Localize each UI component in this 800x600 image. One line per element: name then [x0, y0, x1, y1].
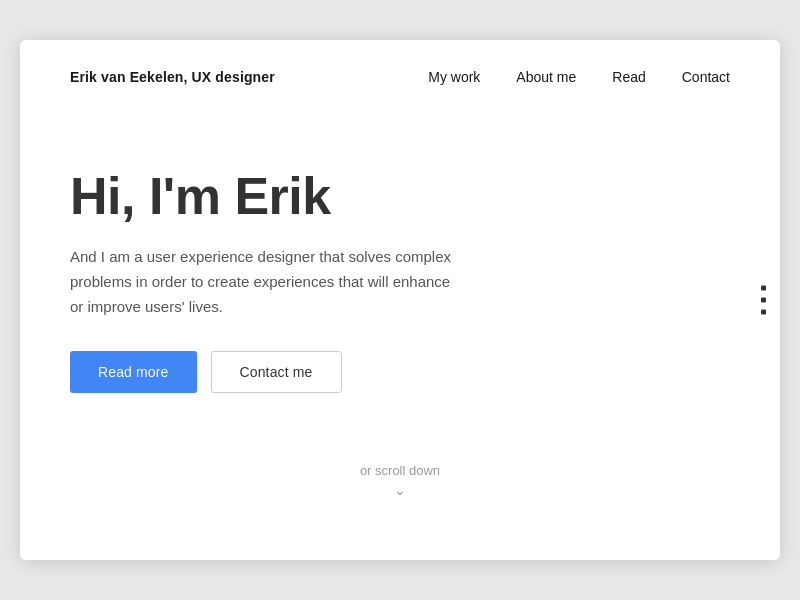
- browser-window: Erik van Eekelen, UX designer My work Ab…: [20, 40, 780, 560]
- nav-item-read[interactable]: Read: [612, 68, 645, 86]
- side-dot-3: [761, 310, 766, 315]
- nav-link-contact[interactable]: Contact: [682, 69, 730, 85]
- read-more-button[interactable]: Read more: [70, 351, 197, 393]
- scroll-down-area: or scroll down ⌄: [20, 433, 780, 522]
- nav-link-read[interactable]: Read: [612, 69, 645, 85]
- nav-item-mywork[interactable]: My work: [428, 68, 480, 86]
- chevron-down-icon: ⌄: [20, 482, 780, 498]
- site-logo: Erik van Eekelen, UX designer: [70, 69, 275, 85]
- contact-me-button[interactable]: Contact me: [211, 351, 342, 393]
- side-dots: [761, 286, 766, 315]
- side-dot-1: [761, 286, 766, 291]
- nav-links: My work About me Read Contact: [428, 68, 730, 86]
- scroll-down-label: or scroll down: [360, 463, 440, 478]
- side-dot-2: [761, 298, 766, 303]
- nav-link-mywork[interactable]: My work: [428, 69, 480, 85]
- hero-buttons: Read more Contact me: [70, 351, 730, 393]
- nav-item-contact[interactable]: Contact: [682, 68, 730, 86]
- nav-item-aboutme[interactable]: About me: [516, 68, 576, 86]
- navbar: Erik van Eekelen, UX designer My work Ab…: [20, 40, 780, 108]
- hero-heading: Hi, I'm Erik: [70, 168, 730, 225]
- nav-link-aboutme[interactable]: About me: [516, 69, 576, 85]
- hero-subtext: And I am a user experience designer that…: [70, 245, 460, 319]
- hero-section: Hi, I'm Erik And I am a user experience …: [20, 108, 780, 433]
